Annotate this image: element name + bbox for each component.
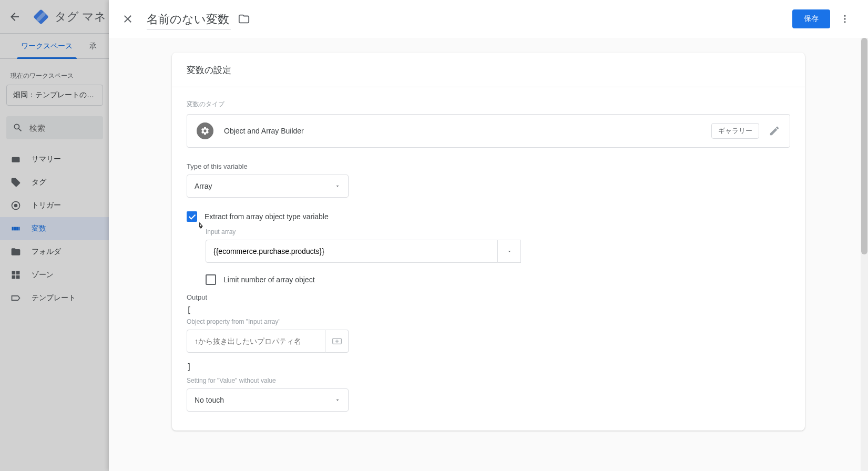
- scrollbar[interactable]: [861, 38, 868, 59]
- variable-config-card: 変数の設定 変数のタイプ Object and Array Builder ギャ…: [172, 53, 805, 59]
- svg-point-13: [844, 15, 845, 17]
- svg-point-14: [844, 18, 845, 19]
- folder-select-icon[interactable]: [238, 13, 250, 25]
- variable-editor-panel: 名前のない変数 保存 変数の設定 変数のタイプ Object and Array…: [109, 0, 868, 59]
- close-icon[interactable]: [121, 13, 134, 25]
- save-button[interactable]: 保存: [792, 9, 830, 28]
- panel-body: 変数の設定 変数のタイプ Object and Array Builder ギャ…: [109, 38, 868, 59]
- more-menu-button[interactable]: [834, 8, 855, 29]
- svg-point-15: [844, 21, 845, 23]
- panel-header: 名前のない変数 保存: [109, 0, 868, 38]
- card-title: 変数の設定: [172, 53, 805, 59]
- more-vert-icon: [840, 14, 850, 24]
- variable-name-input[interactable]: 名前のない変数: [147, 8, 231, 30]
